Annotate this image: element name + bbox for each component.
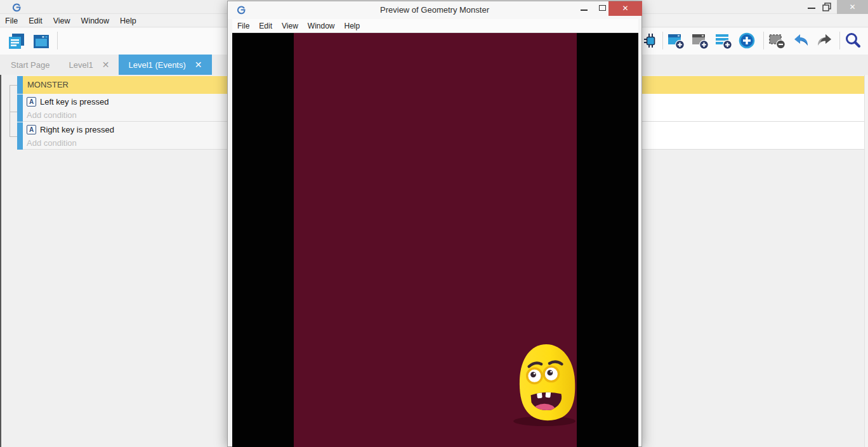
menu-view[interactable]: View [282,22,298,30]
preview-titlebar[interactable]: Preview of Geometry Monster ✕ [228,1,641,19]
condition-text: Right key is pressed [40,125,114,134]
undo-icon[interactable] [792,32,810,49]
tree-guide [10,85,17,86]
tab-level1-events[interactable]: Level1 (Events) ✕ [119,55,211,75]
keyboard-key-icon: A [27,125,36,134]
project-manager-icon[interactable] [7,32,26,51]
close-button[interactable]: ✕ [608,1,642,16]
menu-help[interactable]: Help [120,16,136,25]
menu-window[interactable]: Window [81,16,109,25]
toolbar-separator [57,32,58,49]
condition-text: Left key is pressed [40,97,109,107]
add-event-icon[interactable] [667,32,685,49]
tree-guide [10,112,17,112]
menu-help[interactable]: Help [345,22,360,30]
tree-guide [10,85,10,136]
search-icon[interactable] [844,32,862,49]
game-canvas[interactable] [232,33,638,447]
toolbar-separator [839,32,840,49]
keyboard-key-icon: A [27,97,36,107]
tab-close-icon[interactable]: ✕ [102,60,110,70]
event-handle[interactable] [17,122,23,150]
add-comment-icon[interactable] [714,32,732,49]
scene-editor-icon[interactable] [32,32,51,51]
monster-character [511,342,577,427]
gdevelop-app: ✕ File Edit View Window Help [0,0,868,447]
menu-window[interactable]: Window [308,22,335,30]
add-circle-icon[interactable] [738,32,756,49]
delete-event-icon[interactable] [768,32,786,49]
tree-guide [10,136,17,137]
menu-file[interactable]: File [237,22,249,30]
restore-icon[interactable] [822,3,831,11]
tab-start-page[interactable]: Start Page [1,55,59,75]
debugger-icon[interactable] [641,32,659,49]
menu-view[interactable]: View [53,16,70,25]
tab-level1[interactable]: Level1 ✕ [59,55,119,75]
gdevelop-logo-icon [11,3,22,13]
menu-edit[interactable]: Edit [259,22,272,30]
preview-menubar: File Edit View Window Help [232,19,638,33]
scrollbar[interactable] [864,75,868,447]
minimize-icon[interactable] [575,1,594,16]
redo-icon[interactable] [816,32,834,49]
menu-file[interactable]: File [5,16,18,25]
menu-edit[interactable]: Edit [29,16,43,25]
minimize-icon[interactable] [808,8,815,9]
toolbar-separator [662,32,663,49]
event-handle[interactable] [17,94,23,122]
close-button[interactable]: ✕ [837,0,868,14]
game-stage [294,33,577,447]
gdevelop-logo-icon [236,5,246,15]
toolbar-separator [763,32,764,49]
event-handle[interactable] [17,76,23,94]
add-subevent-icon[interactable] [691,32,709,49]
preview-window: Preview of Geometry Monster ✕ File Edit … [227,1,642,447]
tab-close-icon[interactable]: ✕ [195,60,202,70]
